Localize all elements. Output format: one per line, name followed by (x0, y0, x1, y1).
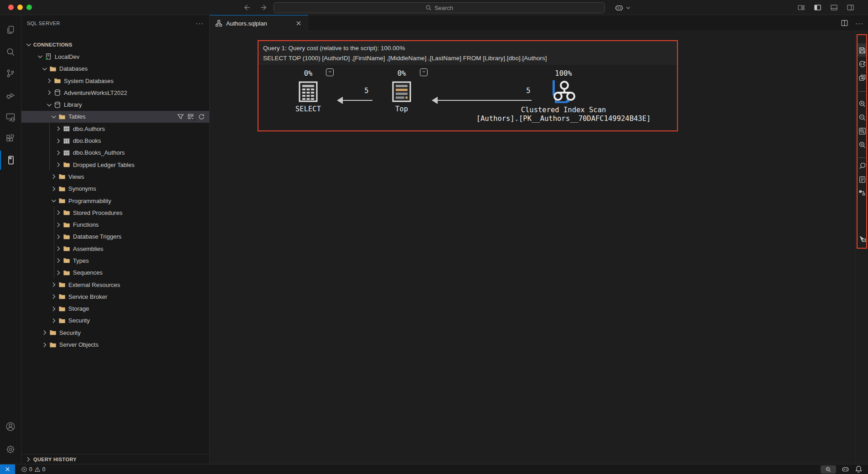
chevron-right-icon[interactable] (55, 257, 62, 264)
maximize-window-button[interactable] (26, 5, 32, 10)
bell-icon[interactable] (855, 465, 863, 473)
copilot-status-icon[interactable] (842, 465, 849, 473)
chevron-right-icon[interactable] (55, 209, 62, 216)
tree-item-external-resources[interactable]: External Resources (21, 279, 209, 291)
zoom-to-fit-icon[interactable] (857, 125, 868, 136)
toggle-secondary-sidebar-icon[interactable] (847, 4, 854, 11)
plan-edge[interactable] (432, 97, 532, 104)
activity-item-accounts[interactable] (0, 417, 21, 436)
chevron-right-icon[interactable] (55, 161, 62, 168)
save-plan-icon[interactable] (857, 45, 868, 56)
tree-item-adventureworkslt2022[interactable]: AdventureWorksLT2022 (21, 87, 209, 99)
tree-item-stored-procedures[interactable]: Stored Procedures (21, 207, 209, 219)
chevron-right-icon[interactable] (55, 221, 62, 229)
tree-item-database-triggers[interactable]: Database Triggers (21, 231, 209, 243)
activity-item-source-control[interactable] (0, 64, 21, 83)
chevron-right-icon[interactable] (41, 341, 48, 349)
more-actions-icon[interactable]: ··· (855, 19, 863, 27)
new-table-icon[interactable] (187, 113, 195, 120)
tree-item-connections[interactable]: CONNECTIONS (21, 39, 209, 51)
chevron-down-icon[interactable] (36, 53, 44, 60)
tree-item-synonyms[interactable]: Synonyms (21, 183, 209, 195)
activity-item-search[interactable] (0, 42, 21, 62)
highlight-expensive-operation-icon[interactable] (857, 188, 868, 198)
chevron-right-icon[interactable] (50, 185, 57, 193)
chevron-down-icon[interactable] (25, 41, 32, 48)
toggle-primary-sidebar-icon[interactable] (814, 4, 822, 11)
tree-item-assemblies[interactable]: Assemblies (21, 243, 209, 255)
activity-item-extensions[interactable] (0, 129, 21, 148)
chevron-right-icon[interactable] (50, 305, 57, 313)
find-node-icon[interactable] (857, 160, 868, 171)
tab-authors-sqlplan[interactable]: Authors.sqlplan (210, 15, 308, 31)
top-operator-icon[interactable] (391, 81, 412, 102)
tree-item-types[interactable]: Types (21, 255, 209, 266)
activity-item-explorer[interactable] (0, 21, 21, 40)
tree-item-functions[interactable]: Functions (21, 219, 209, 230)
refresh-icon[interactable] (198, 113, 205, 120)
activity-item-manage[interactable] (0, 440, 21, 459)
copilot-menu[interactable] (615, 3, 631, 12)
tree-item-programmability[interactable]: Programmability (21, 195, 209, 207)
chevron-right-icon[interactable] (41, 329, 48, 336)
tree-item-service-broker[interactable]: Service Broker (21, 291, 209, 302)
zoom-in-icon[interactable] (857, 98, 868, 109)
chevron-right-icon[interactable] (46, 89, 53, 96)
clustered-index-scan-icon[interactable] (551, 79, 576, 104)
tree-item-server-objects[interactable]: Server Objects (21, 339, 209, 350)
remote-indicator[interactable] (0, 464, 15, 474)
chevron-right-icon[interactable] (55, 137, 62, 145)
tree-item-databases[interactable]: Databases (21, 63, 209, 75)
chevron-right-icon[interactable] (50, 281, 57, 288)
chevron-right-icon[interactable] (55, 245, 62, 252)
activity-item-run-and-debug[interactable] (0, 86, 21, 105)
collapse-node-button[interactable]: − (326, 68, 334, 76)
status-zoom-button[interactable] (821, 465, 836, 474)
query-history-section[interactable]: QUERY HISTORY (21, 454, 209, 464)
show-query-xml-icon[interactable] (857, 58, 868, 69)
customize-layout-icon[interactable] (797, 4, 805, 11)
tree-item-views[interactable]: Views (21, 171, 209, 182)
chevron-right-icon[interactable] (46, 77, 53, 84)
custom-zoom-icon[interactable] (857, 139, 868, 150)
more-actions-icon[interactable]: ··· (196, 19, 204, 27)
chevron-down-icon[interactable] (50, 197, 57, 204)
tree-item-sequences[interactable]: Sequences (21, 267, 209, 279)
activity-item-remote-explorer[interactable] (0, 108, 21, 127)
search-input[interactable]: Search (274, 2, 605, 13)
filter-icon[interactable] (177, 113, 184, 120)
chevron-right-icon[interactable] (55, 149, 62, 156)
chevron-right-icon[interactable] (55, 233, 62, 240)
activity-item-sql-server[interactable] (0, 151, 21, 170)
chevron-right-icon[interactable] (55, 125, 62, 132)
close-window-button[interactable] (8, 5, 14, 10)
select-operator-icon[interactable] (298, 81, 319, 102)
open-query-icon[interactable] (857, 72, 868, 83)
plan-edge[interactable] (337, 97, 372, 104)
close-tab-icon[interactable] (295, 20, 302, 27)
tree-item-tables[interactable]: Tables (21, 111, 209, 123)
zoom-out-icon[interactable] (857, 112, 868, 123)
tree-item-library[interactable]: Library (21, 99, 209, 110)
back-icon[interactable] (243, 3, 251, 12)
forward-icon[interactable] (259, 3, 268, 12)
chevron-down-icon[interactable] (41, 65, 48, 73)
split-editor-icon[interactable] (841, 19, 848, 27)
problems-status[interactable]: 0 0 (21, 466, 45, 473)
tree-item-system-databases[interactable]: System Databases (21, 75, 209, 87)
chevron-right-icon[interactable] (50, 317, 57, 324)
actual-plan-icon[interactable] (857, 233, 868, 244)
toggle-panel-icon[interactable] (830, 4, 838, 11)
chevron-down-icon[interactable] (46, 101, 53, 109)
properties-icon[interactable] (857, 174, 868, 185)
tree-item-storage[interactable]: Storage (21, 303, 209, 315)
chevron-right-icon[interactable] (50, 173, 57, 180)
collapse-node-button[interactable]: − (420, 68, 428, 76)
tree-item-localdev[interactable]: LocalDev (21, 51, 209, 63)
minimize-window-button[interactable] (17, 5, 23, 10)
chevron-right-icon[interactable] (50, 293, 57, 300)
tree-item-security-24[interactable]: Security (21, 327, 209, 339)
chevron-right-icon[interactable] (55, 269, 62, 276)
chevron-down-icon[interactable] (50, 113, 57, 120)
tree-item-security-23[interactable]: Security (21, 315, 209, 327)
